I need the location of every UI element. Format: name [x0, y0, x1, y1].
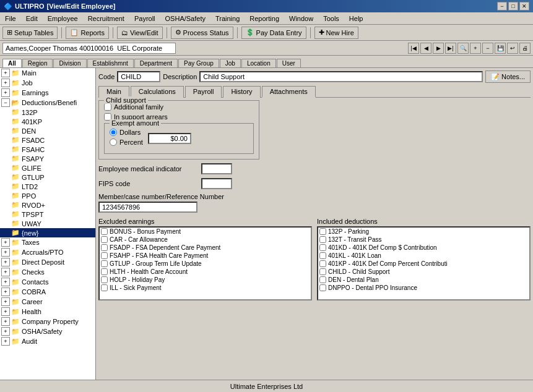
expander-main[interactable]: +: [1, 69, 10, 77]
expander-osha-safety[interactable]: +: [1, 327, 10, 336]
menu-edit[interactable]: Edit: [24, 14, 40, 23]
code-input[interactable]: [117, 71, 160, 82]
nav-tab-division[interactable]: Division: [53, 59, 86, 67]
132p-checkbox[interactable]: [319, 228, 326, 235]
expander-company-property[interactable]: +: [1, 317, 10, 326]
nav-tab-job[interactable]: Job: [220, 59, 241, 67]
description-input[interactable]: [199, 71, 483, 82]
expander-earnings[interactable]: +: [1, 88, 10, 97]
nav-prev-icon[interactable]: ◀: [420, 43, 431, 54]
nav-print-icon[interactable]: 🖨: [519, 43, 531, 54]
additional-family-checkbox[interactable]: [104, 103, 111, 111]
sidebar-item-deductions[interactable]: − 📂 Deductions/Benefi: [0, 98, 95, 108]
sidebar-item-glife[interactable]: 📁 GLIFE: [0, 163, 95, 173]
included-deductions-list[interactable]: 132P - Parking 132T - Transit Pass 401KD…: [317, 226, 531, 300]
expander-health[interactable]: +: [1, 307, 10, 316]
nav-delete-icon[interactable]: −: [482, 43, 493, 54]
reports-button[interactable]: 📋 Reports: [66, 27, 109, 39]
employee-name-field[interactable]: [2, 43, 176, 54]
menu-reporting[interactable]: Reporting: [247, 14, 282, 23]
401kp-checkbox[interactable]: [319, 260, 326, 267]
nav-next-icon[interactable]: ▶: [433, 43, 444, 54]
gtlup-checkbox[interactable]: [101, 260, 108, 267]
nav-tab-location[interactable]: Location: [241, 59, 276, 67]
sub-tab-attachments[interactable]: Attachments: [262, 86, 316, 98]
car-checkbox[interactable]: [101, 236, 108, 243]
132t-checkbox[interactable]: [319, 236, 326, 243]
sidebar-item-fsapy[interactable]: 📁 FSAPY: [0, 154, 95, 163]
excluded-earnings-list[interactable]: BONUS - Bonus Payment CAR - Car Allowanc…: [98, 226, 312, 300]
nav-tab-establishmnt[interactable]: Establishmnt: [87, 59, 134, 67]
401kl-checkbox[interactable]: [319, 252, 326, 259]
expander-job[interactable]: +: [1, 79, 10, 87]
401kd-checkbox[interactable]: [319, 244, 326, 251]
menu-recruitment[interactable]: Recruitment: [85, 14, 127, 23]
nav-save-icon[interactable]: 💾: [495, 43, 506, 54]
minimize-button[interactable]: −: [497, 2, 507, 11]
member-case-input[interactable]: [98, 202, 197, 213]
nav-tab-pay-group[interactable]: Pay Group: [178, 59, 219, 67]
expander-taxes[interactable]: +: [1, 238, 10, 247]
den-checkbox[interactable]: [319, 276, 326, 283]
dollars-radio[interactable]: [110, 129, 117, 136]
menu-payroll[interactable]: Payroll: [132, 14, 158, 23]
sidebar-item-fsadc[interactable]: 📁 FSADC: [0, 135, 95, 145]
fsahp-checkbox[interactable]: [101, 252, 108, 259]
sidebar-item-earnings[interactable]: + 📁 Earnings: [0, 88, 95, 98]
dollar-amount-input[interactable]: [148, 133, 191, 144]
process-status-button[interactable]: ⚙ Process Status: [171, 27, 233, 39]
ill-checkbox[interactable]: [101, 284, 108, 291]
expander-cobra[interactable]: +: [1, 288, 10, 296]
sidebar-item-fsahc[interactable]: 📁 FSAHC: [0, 145, 95, 154]
sidebar-item-132p[interactable]: 📁 132P: [0, 108, 95, 117]
nav-tab-all[interactable]: All: [2, 59, 22, 67]
fsadp-checkbox[interactable]: [101, 244, 108, 251]
menu-training[interactable]: Training: [213, 14, 242, 23]
menu-osha-safety[interactable]: OSHA/Safety: [163, 14, 208, 23]
expander-deductions[interactable]: −: [1, 98, 10, 107]
nav-tab-department[interactable]: Department: [134, 59, 178, 67]
percent-radio[interactable]: [110, 138, 117, 146]
nav-tab-user[interactable]: User: [277, 59, 301, 67]
sidebar-item-audit[interactable]: + 📁 Audit: [0, 336, 95, 346]
view-edit-button[interactable]: 🗂 View/Edit: [117, 27, 163, 39]
menu-tools[interactable]: Tools: [321, 14, 342, 23]
sidebar-item-taxes[interactable]: + 📁 Taxes: [0, 237, 95, 247]
new-hire-button[interactable]: ✚ New Hire: [314, 27, 358, 39]
sidebar-item-rvod[interactable]: 📁 RVOD+: [0, 200, 95, 210]
nav-last-icon[interactable]: ▶|: [445, 43, 456, 54]
menu-file[interactable]: File: [2, 14, 19, 23]
pay-data-entry-button[interactable]: 💲 Pay Data Entry: [241, 27, 306, 39]
sidebar-item-ppo[interactable]: 📁 PPO: [0, 191, 95, 200]
menu-window[interactable]: Window: [287, 14, 316, 23]
sidebar-item-direct-deposit[interactable]: + 📁 Direct Deposit: [0, 257, 95, 267]
sidebar-item-new[interactable]: 📁 {new}: [0, 228, 95, 237]
holp-checkbox[interactable]: [101, 276, 108, 283]
sidebar-item-cobra[interactable]: + 📁 COBRA: [0, 287, 95, 297]
setup-tables-button[interactable]: ⊞ Setup Tables: [2, 27, 58, 39]
employee-medical-input[interactable]: [201, 163, 232, 174]
sidebar-item-health[interactable]: + 📁 Health: [0, 307, 95, 317]
sidebar-item-tpspt[interactable]: 📁 TPSPT: [0, 210, 95, 219]
menu-employee[interactable]: Employee: [45, 14, 80, 23]
sidebar-item-contacts[interactable]: + 📁 Contacts: [0, 277, 95, 287]
maximize-button[interactable]: □: [508, 2, 518, 11]
sub-tab-payroll[interactable]: Payroll: [185, 86, 222, 98]
sidebar-item-401kp[interactable]: 📁 401KP: [0, 117, 95, 126]
expander-contacts[interactable]: +: [1, 278, 10, 286]
close-button[interactable]: ✕: [519, 2, 529, 11]
sidebar-item-ltd2[interactable]: 📁 LTD2: [0, 182, 95, 191]
dnppo-checkbox[interactable]: [319, 284, 326, 291]
hlth-checkbox[interactable]: [101, 268, 108, 275]
sidebar-item-checks[interactable]: + 📁 Checks: [0, 267, 95, 277]
expander-direct-deposit[interactable]: +: [1, 258, 10, 266]
nav-first-icon[interactable]: |◀: [408, 43, 419, 54]
nav-tab-region[interactable]: Region: [22, 59, 53, 67]
sub-tab-history[interactable]: History: [223, 86, 260, 98]
bonus-checkbox[interactable]: [101, 228, 108, 235]
sidebar-item-osha-safety[interactable]: + 📁 OSHA/Safety: [0, 326, 95, 336]
fips-code-input[interactable]: [201, 178, 232, 189]
expander-accruals[interactable]: +: [1, 248, 10, 257]
nav-add-icon[interactable]: +: [470, 43, 481, 54]
notes-button[interactable]: 📝 Notes...: [485, 70, 531, 83]
